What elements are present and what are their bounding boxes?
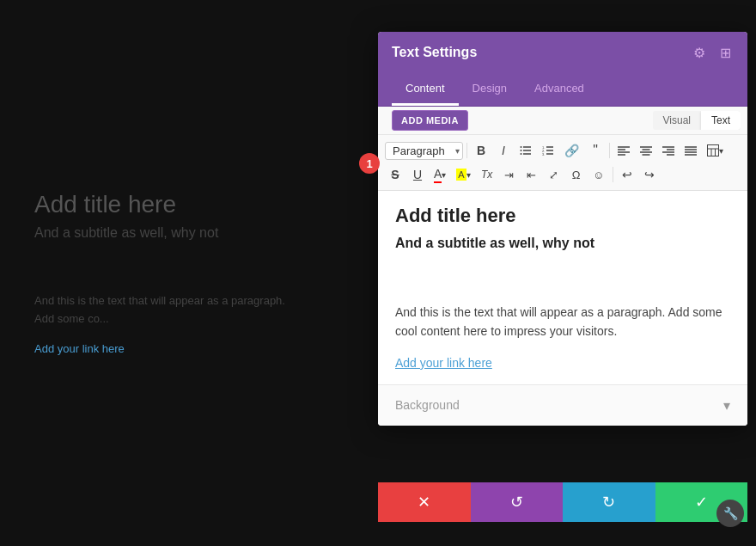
tab-design[interactable]: Design [459, 73, 521, 106]
text-view-button[interactable]: Text [701, 111, 741, 130]
link-button[interactable]: 🔗 [560, 140, 583, 161]
emoji-button[interactable]: ☺ [588, 164, 609, 185]
fullscreen-button[interactable]: ⤢ [544, 164, 564, 185]
visual-view-button[interactable]: Visual [653, 111, 701, 130]
align-right-button[interactable] [658, 140, 679, 161]
ordered-list-button[interactable]: 1.2.3. [538, 140, 558, 161]
svg-rect-28 [708, 145, 719, 156]
divider-2 [609, 143, 610, 158]
underline-button[interactable]: U [407, 164, 428, 185]
blockquote-button[interactable]: " [585, 140, 606, 161]
paragraph-select[interactable]: Paragraph Heading 1 Heading 2 Heading 3 [385, 142, 463, 160]
chevron-down-icon: ▾ [723, 397, 730, 414]
unordered-list-button[interactable] [515, 140, 536, 161]
background-label: Background [395, 398, 460, 412]
redo-button[interactable]: ↻ [563, 482, 655, 522]
undo-button[interactable]: ↺ [471, 482, 564, 522]
paragraph-select-wrapper: Paragraph Heading 1 Heading 2 Heading 3 … [385, 142, 463, 160]
justify-button[interactable] [680, 140, 701, 161]
tab-advanced[interactable]: Advanced [521, 73, 598, 106]
view-toggle: Visual Text [653, 111, 741, 130]
editor-link[interactable]: Add your link here [395, 356, 492, 370]
background-header[interactable]: Background ▾ [378, 385, 747, 426]
indent-left-button[interactable]: ⇤ [521, 164, 542, 185]
editor-paragraph: And this is the text that will appear as… [395, 303, 730, 341]
svg-point-3 [521, 146, 522, 148]
add-media-button[interactable]: ADD MEDIA [392, 110, 468, 131]
action-bar: ✕ ↺ ↻ ✓ [378, 482, 747, 522]
divider-1 [466, 143, 467, 158]
editor-redo-button[interactable]: ↪ [639, 164, 660, 185]
panel-header: Text Settings ⚙ ⊞ [378, 32, 747, 73]
toolbar-area: Paragraph Heading 1 Heading 2 Heading 3 … [378, 135, 747, 191]
toolbar-left: ADD MEDIA [385, 110, 468, 131]
floating-action-button[interactable]: 🔧 [716, 500, 744, 527]
editor-h1: Add title here [395, 205, 730, 227]
panel-tabs-row: Content Design Advanced [378, 73, 747, 107]
table-button[interactable]: ▾ [703, 140, 728, 161]
align-left-button[interactable] [613, 140, 634, 161]
panel-title: Text Settings [392, 45, 477, 60]
bold-button[interactable]: B [471, 140, 491, 161]
toolbar-row-2: S U A ▾ A ▾ Tx ⇥ ⇤ ⤢ Ω ☺ ↩ ↪ [385, 163, 741, 187]
toolbar-top: ADD MEDIA Visual Text [378, 107, 747, 135]
editor-undo-button[interactable]: ↩ [617, 164, 637, 185]
editor-h2: And a subtitle as well, why not [395, 236, 730, 251]
step-badge: 1 [359, 153, 380, 174]
divider-3 [613, 167, 613, 182]
wrench-icon: 🔧 [723, 506, 738, 520]
settings-icon[interactable]: ⚙ [691, 44, 708, 61]
font-color-button[interactable]: A ▾ [430, 164, 450, 185]
bg-paragraph: And this is the text that will appear as… [34, 292, 292, 328]
layout-icon[interactable]: ⊞ [716, 44, 734, 61]
background-section: Background ▾ [378, 384, 747, 426]
svg-point-4 [521, 150, 522, 151]
svg-point-5 [521, 153, 522, 155]
tab-content[interactable]: Content [392, 73, 459, 106]
strikethrough-button[interactable]: S [385, 164, 405, 185]
editor-content[interactable]: Add title here And a subtitle as well, w… [378, 191, 747, 384]
format-button[interactable]: Tx [477, 164, 497, 185]
omega-button[interactable]: Ω [566, 164, 587, 185]
svg-text:3.: 3. [542, 152, 545, 156]
align-center-button[interactable] [636, 140, 656, 161]
italic-button[interactable]: I [493, 140, 514, 161]
toolbar-row-1: Paragraph Heading 1 Heading 2 Heading 3 … [385, 138, 741, 163]
header-icons: ⚙ ⊞ [691, 44, 734, 61]
indent-right-button[interactable]: ⇥ [499, 164, 520, 185]
text-settings-panel: Text Settings ⚙ ⊞ Content Design Advance… [378, 32, 747, 426]
cancel-button[interactable]: ✕ [378, 482, 471, 522]
highlight-button[interactable]: A ▾ [452, 164, 474, 185]
